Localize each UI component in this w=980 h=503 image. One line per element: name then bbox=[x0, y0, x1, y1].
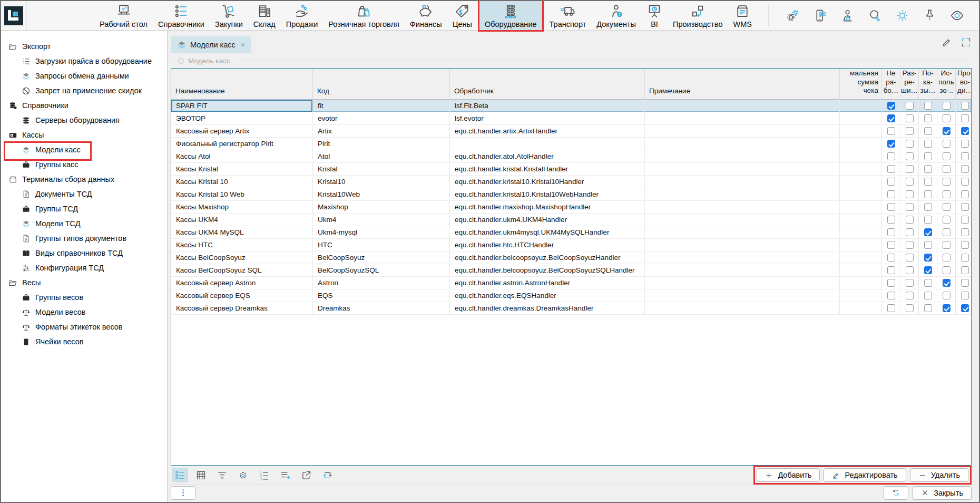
cell-max_sum[interactable] bbox=[840, 264, 882, 276]
checkbox-f1-unchecked[interactable] bbox=[906, 114, 914, 122]
checkbox-f2-unchecked[interactable] bbox=[924, 203, 932, 211]
cell-name[interactable]: ЭВОТОР bbox=[171, 112, 313, 124]
tab-cash-register-models[interactable]: Модели касс × bbox=[171, 36, 251, 53]
cell-code[interactable]: Kristal bbox=[313, 163, 450, 175]
cell-note[interactable] bbox=[645, 100, 840, 112]
cell-note[interactable] bbox=[645, 150, 840, 162]
topbar-item-equipment[interactable]: Оборудование bbox=[479, 1, 542, 30]
column-header-f0[interactable]: Не ра- бо… bbox=[882, 69, 900, 99]
checkbox-f3-unchecked[interactable] bbox=[943, 165, 950, 173]
checkbox-f2-unchecked[interactable] bbox=[924, 292, 932, 299]
table-row[interactable]: Кассы MaxishopMaxishopequ.clt.handler.ma… bbox=[171, 201, 971, 214]
sidebar-item-7[interactable]: Модели касс bbox=[1, 142, 167, 157]
checkbox-f2-unchecked[interactable] bbox=[924, 178, 932, 186]
cell-name[interactable]: Фискальный регистратор Pirit bbox=[171, 138, 313, 150]
cell-handler[interactable] bbox=[450, 138, 645, 150]
checkbox-f2-unchecked[interactable] bbox=[924, 127, 932, 135]
topbar-item-documents[interactable]: Документы bbox=[591, 1, 641, 30]
cell-note[interactable] bbox=[645, 112, 840, 124]
checkbox-f4-unchecked[interactable] bbox=[961, 241, 969, 249]
checkbox-f2-checked[interactable] bbox=[924, 254, 932, 262]
more-options-button[interactable] bbox=[171, 486, 195, 500]
cell-max_sum[interactable] bbox=[840, 214, 882, 226]
sidebar-item-13[interactable]: Группы типов документов bbox=[1, 231, 167, 246]
table-row[interactable]: Кассовый сервер ArtixArtixequ.clt.handle… bbox=[171, 125, 971, 138]
checkbox-f4-checked[interactable] bbox=[961, 304, 969, 312]
cell-max_sum[interactable] bbox=[840, 125, 882, 137]
checkbox-f1-unchecked[interactable] bbox=[906, 266, 914, 274]
sidebar-item-0[interactable]: Экспорт bbox=[1, 39, 167, 54]
cell-max_sum[interactable] bbox=[840, 188, 882, 200]
grid-tool-list-view-button[interactable] bbox=[172, 468, 188, 482]
cell-code[interactable]: BelCoopSoyuzSQL bbox=[313, 264, 450, 276]
sidebar-item-3[interactable]: Запрет на применение скидок bbox=[1, 83, 167, 98]
cell-name[interactable]: SPAR FIT bbox=[171, 100, 313, 112]
cell-code[interactable]: Pirit bbox=[313, 138, 450, 150]
checkbox-f1-unchecked[interactable] bbox=[906, 254, 914, 262]
topbar-messages-button[interactable] bbox=[813, 8, 827, 23]
checkbox-f2-unchecked[interactable] bbox=[924, 190, 932, 198]
checkbox-f4-unchecked[interactable] bbox=[961, 279, 969, 287]
checkbox-f0-unchecked[interactable] bbox=[887, 152, 895, 160]
checkbox-f4-unchecked[interactable] bbox=[961, 254, 969, 262]
table-row[interactable]: Кассовый сервер AstronAstronequ.clt.hand… bbox=[171, 277, 971, 289]
checkbox-f4-unchecked[interactable] bbox=[961, 203, 969, 211]
sidebar-item-2[interactable]: Запросы обмена данными bbox=[1, 69, 167, 83]
checkbox-f1-unchecked[interactable] bbox=[906, 152, 914, 160]
checkbox-f0-checked[interactable] bbox=[887, 102, 895, 110]
cell-max_sum[interactable] bbox=[840, 239, 882, 251]
column-header-max_sum[interactable]: Макси- мальная сумма чека bbox=[840, 69, 882, 99]
checkbox-f2-unchecked[interactable] bbox=[924, 152, 932, 160]
cell-max_sum[interactable] bbox=[840, 100, 882, 112]
checkbox-f3-checked[interactable] bbox=[943, 279, 950, 287]
column-header-f1[interactable]: Раз- ре- ши… bbox=[900, 69, 919, 99]
table-row[interactable]: Кассовый сервер DreamkasDreamkasequ.clt.… bbox=[171, 302, 971, 315]
table-row[interactable]: Кассы BelCoopSoyuzBelCoopSoyuzequ.clt.ha… bbox=[171, 252, 971, 264]
checkbox-f0-unchecked[interactable] bbox=[887, 241, 895, 249]
sidebar-item-5[interactable]: Серверы оборудования bbox=[1, 113, 167, 128]
checkbox-f3-unchecked[interactable] bbox=[943, 254, 950, 262]
cell-note[interactable] bbox=[645, 138, 840, 150]
checkbox-f3-unchecked[interactable] bbox=[943, 241, 950, 249]
cell-note[interactable] bbox=[645, 239, 840, 251]
cell-handler[interactable]: equ.clt.handler.eqs.EQSHandler bbox=[450, 289, 645, 302]
sidebar-item-11[interactable]: Группы ТСД bbox=[1, 201, 167, 216]
topbar-brightness-button[interactable] bbox=[895, 8, 909, 23]
table-row[interactable]: Кассы Kristal 10 WebKristal10Webequ.clt.… bbox=[171, 188, 971, 201]
checkbox-f1-unchecked[interactable] bbox=[906, 190, 914, 198]
checkbox-f1-unchecked[interactable] bbox=[906, 279, 914, 287]
cell-name[interactable]: Кассовый сервер Astron bbox=[171, 277, 313, 289]
sidebar-item-8[interactable]: Группы касс bbox=[1, 157, 167, 172]
sidebar-item-4[interactable]: Справочники bbox=[1, 98, 167, 113]
checkbox-f2-unchecked[interactable] bbox=[924, 102, 932, 110]
cell-max_sum[interactable] bbox=[840, 289, 882, 302]
checkbox-f4-unchecked[interactable] bbox=[961, 190, 969, 198]
cell-code[interactable]: Dreamkas bbox=[313, 302, 450, 314]
topbar-item-production[interactable]: Производство bbox=[668, 1, 728, 30]
cell-code[interactable]: Kristal10 bbox=[313, 176, 450, 188]
checkbox-f2-unchecked[interactable] bbox=[924, 279, 932, 287]
checkbox-f3-unchecked[interactable] bbox=[943, 216, 950, 224]
cell-max_sum[interactable] bbox=[840, 226, 882, 238]
cell-code[interactable]: Astron bbox=[313, 277, 450, 289]
topbar-item-prices[interactable]: Цены bbox=[447, 1, 477, 30]
cell-handler[interactable]: equ.clt.handler.htc.HTCHandler bbox=[450, 239, 645, 251]
cell-handler[interactable]: equ.clt.handler.dreamkas.DreamkasHandler bbox=[450, 302, 645, 314]
cell-handler[interactable]: equ.clt.handler.ukm4mysql.UKM4MySQLHandl… bbox=[450, 226, 645, 238]
table-row[interactable]: Кассы UKM4Ukm4equ.clt.handler.ukm4.UKM4H… bbox=[171, 214, 971, 226]
cell-name[interactable]: Кассы Kristal 10 bbox=[171, 176, 313, 188]
topbar-item-warehouse[interactable]: Склад bbox=[248, 1, 281, 30]
sidebar-item-10[interactable]: Документы ТСД bbox=[1, 187, 167, 201]
checkbox-f0-unchecked[interactable] bbox=[887, 203, 895, 211]
checkbox-f1-unchecked[interactable] bbox=[906, 228, 914, 236]
grid-tool-grid-view-button[interactable] bbox=[193, 468, 209, 482]
cell-note[interactable] bbox=[645, 176, 840, 188]
cell-code[interactable]: Ukm4 bbox=[313, 214, 450, 226]
topbar-item-desktop[interactable]: Рабочий стол bbox=[94, 1, 153, 30]
grid-tool-settings-button[interactable] bbox=[235, 468, 251, 482]
table-row[interactable]: Кассы AtolAtolequ.clt.handler.atol.AtolH… bbox=[171, 150, 971, 163]
checkbox-f2-unchecked[interactable] bbox=[924, 241, 932, 249]
checkbox-f1-unchecked[interactable] bbox=[906, 304, 914, 312]
checkbox-f1-unchecked[interactable] bbox=[906, 127, 914, 135]
cell-note[interactable] bbox=[645, 201, 840, 213]
